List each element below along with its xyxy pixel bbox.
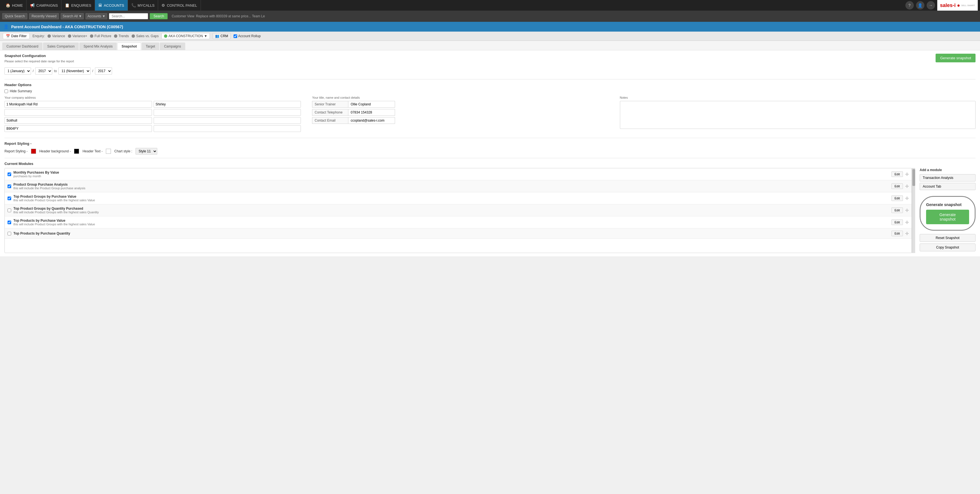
forward-button[interactable]: → xyxy=(927,1,935,10)
tab-spend-mix[interactable]: Spend Mix Analysis xyxy=(80,43,117,50)
module-checkbox[interactable] xyxy=(8,172,11,176)
header-text-swatch[interactable] xyxy=(106,149,111,154)
full-picture-link[interactable]: Full Picture xyxy=(90,34,111,38)
modules-scroll[interactable]: Monthly Purchases By Value purchases by … xyxy=(5,168,912,247)
contact-email-input[interactable] xyxy=(351,118,393,123)
drag-handle-icon[interactable]: ✛ xyxy=(905,172,909,177)
date-from-year-select[interactable]: 2017 xyxy=(35,67,52,75)
nav-mycalls-label: MYCALLS xyxy=(138,3,155,8)
header-bg-swatch[interactable] xyxy=(74,149,79,154)
account-rollup-checkbox[interactable] xyxy=(234,34,237,38)
module-name: Top Product Groups by Quantity Purchased xyxy=(13,207,889,210)
address-line1a[interactable] xyxy=(5,101,152,108)
module-edit-button[interactable]: Edit xyxy=(891,195,903,201)
recently-viewed-button[interactable]: Recently Viewed xyxy=(29,13,59,19)
tab-sales-comparison[interactable]: Sales Comparison xyxy=(43,43,79,50)
tab-target[interactable]: Target xyxy=(142,43,159,50)
module-name: Top Products by Purchase Quantity xyxy=(13,231,889,236)
address-line4a[interactable] xyxy=(5,125,152,132)
generate-snapshot-panel: Generate snapshot Generate snapshot xyxy=(920,196,975,231)
tab-customer-dashboard[interactable]: Customer Dashboard xyxy=(2,43,43,50)
transaction-analysis-button[interactable]: Transaction Analysis xyxy=(920,174,975,182)
address-line2a[interactable] xyxy=(5,109,152,116)
nav-home[interactable]: 🏠 HOME xyxy=(2,0,27,11)
profile-button[interactable]: 👤 xyxy=(916,1,924,10)
address-line3a[interactable] xyxy=(5,117,152,124)
logo: sales-i ● SELL SMART xyxy=(937,0,978,11)
styling-label: Report Styling - xyxy=(5,149,28,153)
search-input[interactable] xyxy=(109,13,148,19)
tab-campaigns[interactable]: Campaigns xyxy=(160,43,185,50)
drag-handle-icon[interactable]: ✛ xyxy=(905,184,909,189)
logo-main: sales-i xyxy=(940,3,956,8)
crm-button[interactable]: 👥 CRM xyxy=(213,33,231,39)
main-content: Generate snapshot Snapshot Configuration… xyxy=(0,50,980,257)
generate-snapshot-panel-button[interactable]: Generate snapshot xyxy=(926,210,969,224)
account-icon: 👤 xyxy=(3,24,9,29)
hide-summary-checkbox[interactable] xyxy=(5,89,8,93)
date-filter-button[interactable]: 📅 Date Filter xyxy=(3,33,30,39)
date-to-year-select[interactable]: 2017 xyxy=(95,67,112,75)
calendar-icon: 📅 xyxy=(6,34,10,38)
nav-mycalls[interactable]: 📞 MYCALLS xyxy=(128,0,158,11)
styling-color-swatch[interactable] xyxy=(31,149,36,154)
contact-phone-input[interactable] xyxy=(351,110,393,114)
module-checkbox[interactable] xyxy=(8,209,11,212)
module-checkbox[interactable] xyxy=(8,232,11,236)
search-all-dropdown[interactable]: Search All ▼ xyxy=(60,13,84,19)
drag-handle-icon[interactable]: ✛ xyxy=(905,208,909,213)
module-edit-button[interactable]: Edit xyxy=(891,220,903,225)
address-line3b[interactable] xyxy=(154,117,301,124)
module-edit-button[interactable]: Edit xyxy=(891,183,903,189)
date-to-month-select[interactable]: 11 (November) xyxy=(58,67,91,75)
notes-textarea[interactable] xyxy=(620,101,976,129)
top-generate-snapshot-button[interactable]: Generate snapshot xyxy=(935,54,975,62)
account-tab-button[interactable]: Account Tab xyxy=(920,183,975,190)
contact-email-value xyxy=(348,117,395,124)
nav-enquiries[interactable]: 📋 ENQUIRIES xyxy=(62,0,95,11)
accounts-dropdown[interactable]: Accounts ▼ xyxy=(86,13,107,19)
module-info: Monthly Purchases By Value purchases by … xyxy=(13,171,889,178)
copy-snapshot-button[interactable]: Copy Snapshot xyxy=(920,244,975,251)
scroll-bar[interactable] xyxy=(912,168,915,253)
logo-accent: ● xyxy=(957,3,960,8)
nav-campaigns[interactable]: 📢 CAMPAIGNS xyxy=(27,0,62,11)
module-edit-button[interactable]: Edit xyxy=(891,207,903,213)
sales-gaps-link[interactable]: Sales vs. Gaps xyxy=(132,34,159,38)
nav-home-label: HOME xyxy=(12,3,23,8)
home-icon: 🏠 xyxy=(6,3,10,8)
address-row-2 xyxy=(5,109,301,116)
account-rollup[interactable]: Account Rollup xyxy=(234,34,261,38)
chart-style-select[interactable]: Style 11 xyxy=(135,148,157,155)
modules-area: Monthly Purchases By Value purchases by … xyxy=(5,168,975,253)
address-line4b[interactable] xyxy=(154,125,301,132)
nav-enquiries-label: ENQUIRIES xyxy=(71,3,91,8)
reset-snapshot-button[interactable]: Reset Snapshot xyxy=(920,234,975,242)
module-edit-button[interactable]: Edit xyxy=(891,171,903,177)
header-bg-label: Header background - xyxy=(40,149,71,153)
drag-handle-icon[interactable]: ✛ xyxy=(905,220,909,225)
variance-link[interactable]: Variance xyxy=(48,34,65,38)
module-checkbox[interactable] xyxy=(8,185,11,188)
nav-accounts[interactable]: 🏛 ACCOUNTS xyxy=(95,0,128,11)
drag-handle-icon[interactable]: ✛ xyxy=(905,196,909,201)
address-line2b[interactable] xyxy=(154,109,301,116)
trends-link[interactable]: Trends xyxy=(114,34,129,38)
search-button[interactable]: Search xyxy=(150,13,168,19)
date-from-month-select[interactable]: 1 (January) xyxy=(5,67,31,75)
quick-search-button[interactable]: Quick Search xyxy=(2,13,27,19)
account-selector[interactable]: AKA CONSTRUCTION ▼ xyxy=(161,33,210,39)
drag-handle-icon[interactable]: ✛ xyxy=(905,231,909,236)
module-info: Top Products by Purchase Value this will… xyxy=(13,218,889,226)
company-address-label: Your company address xyxy=(5,96,301,99)
module-checkbox[interactable] xyxy=(8,196,11,200)
address-line1b[interactable] xyxy=(154,101,301,108)
tab-snapshot[interactable]: Snapshot xyxy=(117,43,141,50)
help-button[interactable]: ? xyxy=(905,1,914,10)
module-edit-button[interactable]: Edit xyxy=(891,231,903,236)
module-info: Product Group Purchase Analysis this wil… xyxy=(13,183,889,190)
module-checkbox[interactable] xyxy=(8,221,11,224)
contact-title-input[interactable] xyxy=(351,102,393,106)
variance-plus-link[interactable]: Variance+ xyxy=(68,34,87,38)
nav-control-panel[interactable]: ⚙ CONTROL PANEL xyxy=(158,0,200,11)
